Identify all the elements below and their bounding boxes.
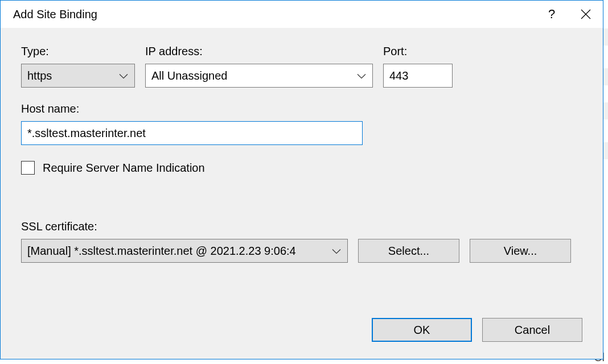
help-button[interactable]: ? <box>535 1 569 28</box>
chevron-down-icon <box>331 245 342 258</box>
require-sni-checkbox[interactable] <box>21 161 35 175</box>
add-site-binding-dialog: Add Site Binding ? Type: https IP addre <box>0 0 603 359</box>
close-icon <box>581 9 591 19</box>
dialog-footer: OK Cancel <box>372 318 582 342</box>
chevron-down-icon <box>356 69 367 82</box>
ip-address-label: IP address: <box>145 45 373 58</box>
ssl-certificate-label: SSL certificate: <box>21 220 582 233</box>
ip-address-value: All Unassigned <box>151 69 227 82</box>
chevron-down-icon <box>118 69 129 82</box>
dialog-body: Type: https IP address: All Unassigned <box>1 28 603 359</box>
view-certificate-button[interactable]: View... <box>470 239 571 263</box>
port-label: Port: <box>383 45 453 58</box>
require-sni-label: Require Server Name Indication <box>43 162 205 175</box>
close-button[interactable] <box>569 1 603 28</box>
titlebar: Add Site Binding ? <box>1 1 603 28</box>
dialog-title: Add Site Binding <box>13 8 97 21</box>
ok-button[interactable]: OK <box>372 318 472 342</box>
type-select[interactable]: https <box>21 64 135 88</box>
host-name-label: Host name: <box>21 102 363 115</box>
require-sni-row: Require Server Name Indication <box>21 161 582 175</box>
ip-address-select[interactable]: All Unassigned <box>145 64 373 88</box>
host-name-input[interactable] <box>21 121 363 145</box>
type-label: Type: <box>21 45 135 58</box>
port-input[interactable] <box>383 64 453 88</box>
type-value: https <box>27 69 52 82</box>
port-input-field[interactable] <box>389 64 446 87</box>
select-certificate-button[interactable]: Select... <box>358 239 459 263</box>
host-name-input-field[interactable] <box>27 122 356 144</box>
cancel-button[interactable]: Cancel <box>482 318 582 342</box>
ssl-certificate-select[interactable]: [Manual] *.ssltest.masterinter.net @ 202… <box>21 239 348 263</box>
ssl-certificate-value: [Manual] *.ssltest.masterinter.net @ 202… <box>27 245 296 258</box>
